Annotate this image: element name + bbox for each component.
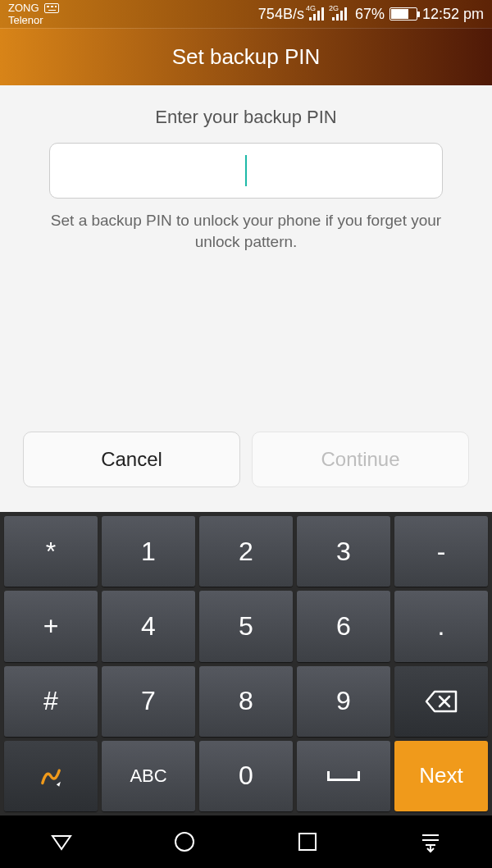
nav-home-button[interactable] — [170, 827, 199, 857]
cancel-button-label: Cancel — [101, 448, 162, 471]
key-minus[interactable]: - — [394, 516, 488, 587]
key-9[interactable]: 9 — [297, 666, 390, 737]
battery-pct: 67% — [355, 6, 385, 23]
status-bar: ZONG Telenor 754B/s 4G 2G 67% 12:52 pm — [0, 0, 492, 28]
key-dot[interactable]: . — [394, 591, 488, 661]
key-3[interactable]: 3 — [297, 516, 390, 587]
key-4[interactable]: 4 — [102, 591, 195, 661]
nav-recent-button[interactable] — [293, 827, 322, 857]
keyboard-icon — [44, 3, 59, 13]
page-title: Set backup PIN — [0, 28, 492, 85]
svg-rect-1 — [299, 834, 316, 850]
cancel-button[interactable]: Cancel — [23, 432, 240, 487]
key-1[interactable]: 1 — [102, 516, 195, 587]
svg-point-0 — [175, 833, 194, 851]
back-triangle-icon — [49, 829, 74, 854]
key-2[interactable]: 2 — [199, 516, 293, 587]
key-backspace[interactable] — [394, 666, 488, 737]
status-carriers: ZONG Telenor — [8, 2, 59, 26]
key-next[interactable]: Next — [394, 741, 488, 811]
subtitle: Enter your backup PIN — [23, 107, 469, 128]
home-circle-icon — [172, 829, 197, 854]
key-5[interactable]: 5 — [199, 591, 293, 661]
signal-2-icon — [332, 7, 350, 21]
helper-text: Set a backup PIN to unlock your phone if… — [23, 210, 469, 252]
numeric-keypad: * 1 2 3 - + 4 5 6 . # 7 8 9 — [0, 512, 492, 815]
button-row: Cancel Continue — [23, 432, 469, 487]
key-swype[interactable] — [4, 741, 98, 811]
space-icon — [327, 771, 360, 781]
key-abc[interactable]: ABC — [102, 741, 195, 811]
key-hash[interactable]: # — [4, 666, 98, 737]
carrier-1: ZONG — [8, 2, 39, 14]
key-7[interactable]: 7 — [102, 666, 195, 737]
status-right: 754B/s 4G 2G 67% 12:52 pm — [258, 6, 484, 23]
key-star[interactable]: * — [4, 516, 98, 587]
clock: 12:52 pm — [422, 6, 484, 23]
continue-button-label: Continue — [321, 448, 399, 471]
page-title-text: Set backup PIN — [172, 44, 321, 70]
carrier-2: Telenor — [8, 14, 59, 26]
navigation-bar — [0, 815, 492, 868]
continue-button: Continue — [252, 432, 469, 487]
content-area: Enter your backup PIN Set a backup PIN t… — [0, 85, 492, 512]
ime-switch-icon — [419, 830, 442, 853]
key-plus[interactable]: + — [4, 591, 98, 661]
key-6[interactable]: 6 — [297, 591, 390, 661]
pin-input[interactable] — [49, 143, 443, 199]
data-rate: 754B/s — [258, 6, 304, 23]
nav-ime-switch-button[interactable] — [416, 827, 445, 857]
recent-square-icon — [297, 831, 318, 852]
battery-icon — [390, 7, 417, 21]
backspace-icon — [425, 690, 458, 713]
key-0[interactable]: 0 — [199, 741, 293, 811]
nav-back-button[interactable] — [47, 827, 76, 857]
key-space[interactable] — [297, 741, 390, 811]
key-8[interactable]: 8 — [199, 666, 293, 737]
signal-1-icon — [309, 7, 327, 21]
swype-icon — [37, 762, 65, 790]
text-cursor — [245, 155, 247, 186]
